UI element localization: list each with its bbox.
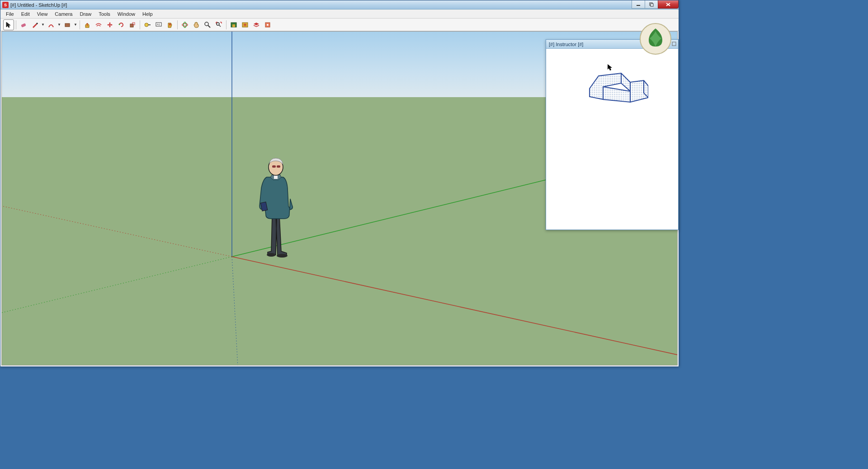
text-tool[interactable]: A1 <box>153 19 164 30</box>
toolbar-separator <box>16 20 16 29</box>
shape-tool[interactable] <box>62 19 73 30</box>
arc-dropdown[interactable]: ▼ <box>57 23 61 27</box>
svg-point-13 <box>182 23 188 26</box>
toolbar-separator <box>140 20 140 29</box>
svg-rect-33 <box>277 165 280 168</box>
orbit-icon <box>181 21 189 28</box>
svg-point-15 <box>205 22 208 26</box>
arrow-icon <box>5 21 12 28</box>
svg-rect-2 <box>651 4 653 6</box>
layers-icon <box>253 21 260 28</box>
paint-icon <box>166 21 174 28</box>
app-icon: S <box>2 2 9 8</box>
menu-camera[interactable]: Camera <box>51 10 76 18</box>
paint-tool[interactable] <box>165 19 175 30</box>
maximize-button[interactable] <box>645 0 658 9</box>
pushpull-icon <box>84 21 91 28</box>
menu-edit[interactable]: Edit <box>18 10 33 18</box>
instructor-preview <box>570 57 654 120</box>
extension-warehouse-tool[interactable] <box>251 19 262 30</box>
rotate-tool[interactable] <box>116 19 127 30</box>
svg-rect-7 <box>130 24 133 27</box>
maximize-icon <box>649 2 654 7</box>
svg-rect-37 <box>672 42 676 46</box>
orbit-tool[interactable] <box>179 19 190 30</box>
minimize-button[interactable] <box>632 0 645 9</box>
svg-line-16 <box>208 25 210 28</box>
shape-dropdown[interactable]: ▼ <box>73 23 78 27</box>
tape-tool[interactable] <box>142 19 153 30</box>
svg-rect-5 <box>21 23 26 28</box>
toolbar-separator <box>177 20 178 29</box>
select-tool[interactable] <box>3 19 14 30</box>
close-button[interactable] <box>658 0 679 9</box>
pencil-icon <box>31 21 38 28</box>
logo-badge <box>639 22 672 56</box>
titlebar[interactable]: S [#] Untitled - SketchUp [#] <box>0 0 679 9</box>
close-icon <box>665 2 671 7</box>
close-small-icon <box>672 42 676 46</box>
zoom-tool[interactable] <box>202 19 213 30</box>
menu-view[interactable]: View <box>33 10 52 18</box>
instructor-content <box>546 49 678 128</box>
arc-tool[interactable] <box>46 19 57 30</box>
minimize-icon <box>636 2 641 7</box>
svg-point-23 <box>267 24 269 26</box>
menu-help[interactable]: Help <box>139 10 156 18</box>
rectangle-icon <box>64 21 71 28</box>
svg-point-14 <box>184 22 186 28</box>
line-tool[interactable] <box>29 19 40 30</box>
menu-draw[interactable]: Draw <box>76 10 95 18</box>
menu-tools[interactable]: Tools <box>95 10 114 18</box>
addloc-icon <box>264 21 271 28</box>
instructor-title: [#] Instructor [#] <box>549 42 583 47</box>
pan-icon <box>193 21 200 28</box>
offset-tool[interactable] <box>93 19 104 30</box>
pushpull-tool[interactable] <box>82 19 93 30</box>
line-dropdown[interactable]: ▼ <box>41 23 45 27</box>
menubar: File Edit View Camera Draw Tools Window … <box>0 9 679 19</box>
zoom-extents-icon <box>215 21 222 28</box>
svg-text:A1: A1 <box>157 23 160 26</box>
scale-tool[interactable] <box>127 19 138 30</box>
layout-tool[interactable] <box>262 19 273 30</box>
move-tool[interactable] <box>104 19 115 30</box>
svg-point-9 <box>145 23 148 27</box>
share-model-tool[interactable] <box>240 19 250 30</box>
app-window: S [#] Untitled - SketchUp [#] File Edit … <box>0 0 679 367</box>
rotate-icon <box>118 21 125 28</box>
svg-line-18 <box>219 25 221 27</box>
svg-rect-20 <box>232 24 235 27</box>
pan-tool[interactable] <box>191 19 202 30</box>
move-icon <box>106 21 113 28</box>
svg-point-12 <box>169 23 171 25</box>
tape-icon <box>144 21 151 28</box>
warehouse-icon <box>230 21 237 28</box>
instructor-panel[interactable]: [#] Instructor [#] <box>546 39 679 230</box>
scale-figure[interactable] <box>253 152 303 258</box>
menu-window[interactable]: Window <box>114 10 139 18</box>
toolbar: ▼ ▼ ▼ A1 <box>0 19 679 31</box>
get-models-tool[interactable] <box>228 19 239 30</box>
toolbar-separator <box>226 20 226 29</box>
extension-icon <box>241 21 249 28</box>
arc-icon <box>47 21 55 28</box>
eraser-icon <box>20 21 27 28</box>
offset-icon <box>95 21 102 28</box>
text-icon: A1 <box>155 21 162 28</box>
eraser-tool[interactable] <box>18 19 29 30</box>
svg-rect-6 <box>65 23 70 27</box>
zoom-icon <box>204 21 211 28</box>
menu-file[interactable]: File <box>2 10 18 18</box>
svg-rect-32 <box>272 165 276 168</box>
window-title: [#] Untitled - SketchUp [#] <box>10 2 67 8</box>
svg-point-35 <box>277 254 288 258</box>
toolbar-separator <box>80 20 80 29</box>
svg-point-34 <box>267 253 276 257</box>
zoom-extents-tool[interactable] <box>213 19 224 30</box>
scale-icon <box>129 21 136 28</box>
